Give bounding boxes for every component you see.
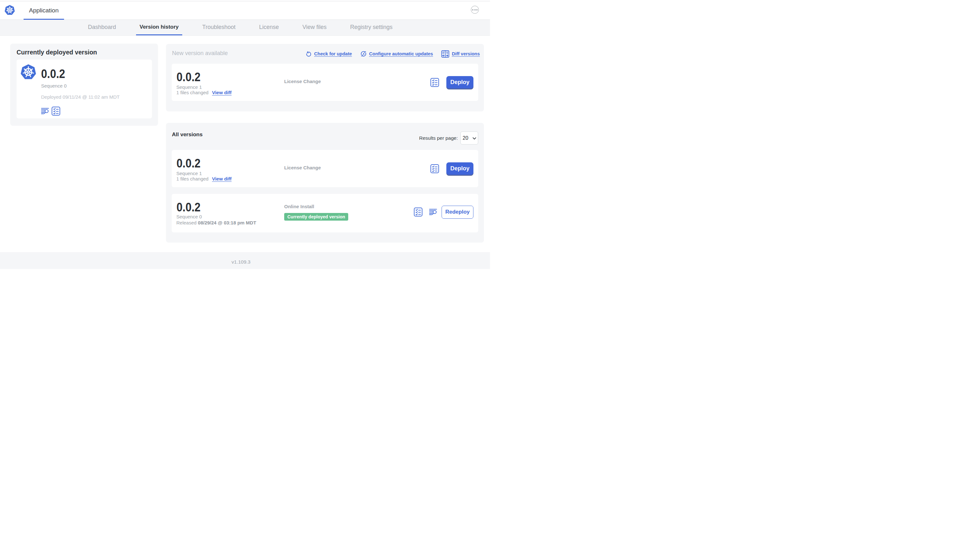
preflight-checks-button[interactable] bbox=[430, 164, 439, 173]
files-changed-label: 1 files changed bbox=[177, 176, 209, 181]
preflight-checks-button[interactable] bbox=[430, 78, 439, 87]
tab-license[interactable]: License bbox=[247, 20, 291, 35]
release-notes-button[interactable] bbox=[41, 108, 49, 114]
row-version-label: 0.0.2 bbox=[177, 157, 201, 169]
version-row-sequence-0: 0.0.2 Sequence 0 Released 08/29/24 @ 03:… bbox=[172, 194, 478, 232]
release-notes-icon bbox=[41, 108, 49, 114]
released-timestamp: Released 08/29/24 @ 03:18 pm MDT bbox=[177, 220, 256, 225]
currently-deployed-card: Currently deployed version 0.0.2 Sequenc… bbox=[10, 44, 158, 126]
app-icon bbox=[21, 64, 36, 80]
currently-deployed-badge: Currently deployed version bbox=[284, 213, 348, 221]
tab-view-files[interactable]: View files bbox=[291, 20, 338, 35]
deploy-button[interactable]: Deploy bbox=[446, 76, 473, 89]
deploy-button[interactable]: Deploy bbox=[446, 162, 473, 175]
checklist-icon bbox=[430, 164, 439, 173]
current-version-label: 0.0.2 bbox=[41, 68, 65, 80]
version-source-label: License Change bbox=[284, 165, 321, 170]
checklist-icon bbox=[52, 106, 60, 116]
all-versions-title: All versions bbox=[172, 132, 203, 138]
overflow-menu-button[interactable] bbox=[471, 6, 479, 14]
new-version-card: New version available Check for update C… bbox=[166, 44, 484, 111]
app-tab-label: Application bbox=[29, 7, 59, 14]
row-version-label: 0.0.2 bbox=[177, 201, 201, 213]
console-version-label: v1.109.3 bbox=[232, 259, 250, 265]
currently-deployed-version-card: 0.0.2 Sequence 0 Deployed 09/11/24 @ 11:… bbox=[17, 60, 152, 118]
chevron-down-icon bbox=[473, 137, 476, 140]
release-notes-button[interactable] bbox=[429, 209, 438, 215]
tab-license-label: License bbox=[256, 20, 282, 35]
tab-view-files-label: View files bbox=[299, 20, 330, 35]
top-header: Application bbox=[0, 0, 490, 20]
tab-registry-settings-label: Registry settings bbox=[347, 20, 396, 35]
diff-icon bbox=[441, 50, 449, 58]
tab-dashboard[interactable]: Dashboard bbox=[76, 20, 128, 35]
tab-registry-settings[interactable]: Registry settings bbox=[338, 20, 404, 35]
diff-versions-label: Diff versions bbox=[452, 51, 480, 56]
files-changed-label: 1 files changed bbox=[177, 90, 209, 95]
checklist-icon bbox=[414, 208, 422, 216]
version-row-sequence-1: 0.0.2 Sequence 1 1 files changed View di… bbox=[172, 150, 478, 187]
ellipsis-dot bbox=[472, 9, 473, 11]
new-version-label: 0.0.2 bbox=[177, 71, 201, 83]
all-versions-card: All versions Results per page: 20 0.0.2 … bbox=[166, 123, 484, 243]
page-subnav: Dashboard Version history Troubleshoot L… bbox=[0, 20, 490, 36]
view-diff-link[interactable]: View diff bbox=[212, 90, 231, 95]
tab-troubleshoot[interactable]: Troubleshoot bbox=[191, 20, 247, 35]
checklist-icon bbox=[430, 78, 439, 87]
diff-versions-link[interactable]: Diff versions bbox=[441, 50, 480, 58]
configure-automatic-updates-label: Configure automatic updates bbox=[369, 51, 433, 56]
tab-version-history[interactable]: Version history bbox=[128, 20, 191, 35]
subnav-tabs: Dashboard Version history Troubleshoot L… bbox=[0, 20, 485, 35]
tab-dashboard-label: Dashboard bbox=[84, 20, 119, 35]
results-per-page-label: Results per page: bbox=[419, 135, 458, 141]
new-version-sequence: Sequence 1 bbox=[177, 84, 232, 90]
tab-troubleshoot-label: Troubleshoot bbox=[199, 20, 239, 35]
check-for-update-link[interactable]: Check for update bbox=[305, 51, 352, 57]
kubernetes-logo-icon bbox=[5, 5, 15, 16]
ellipsis-dot bbox=[474, 9, 476, 11]
page-footer: v1.109.3 bbox=[0, 252, 490, 269]
tab-version-history-label: Version history bbox=[136, 20, 182, 35]
configure-automatic-updates-link[interactable]: Configure automatic updates bbox=[360, 51, 433, 57]
currently-deployed-title: Currently deployed version bbox=[17, 49, 97, 56]
current-sequence-label: Sequence 0 bbox=[41, 83, 119, 89]
results-per-page-select[interactable]: 20 bbox=[460, 132, 478, 144]
new-version-row: 0.0.2 Sequence 1 1 files changed View di… bbox=[172, 63, 478, 101]
results-per-page-value: 20 bbox=[463, 135, 468, 141]
tab-application[interactable]: Application bbox=[24, 0, 64, 20]
preflight-checks-button[interactable] bbox=[414, 208, 422, 216]
redeploy-button[interactable]: Redeploy bbox=[442, 206, 473, 219]
row-sequence-label: Sequence 0 bbox=[177, 214, 256, 219]
row-sequence-label: Sequence 1 bbox=[177, 171, 232, 176]
view-diff-link[interactable]: View diff bbox=[212, 176, 231, 181]
refresh-icon bbox=[305, 51, 312, 57]
version-source-label: License Change bbox=[284, 79, 321, 84]
ellipsis-dot bbox=[476, 9, 477, 11]
version-source-label: Online Install bbox=[284, 204, 348, 209]
check-for-update-label: Check for update bbox=[314, 51, 352, 56]
release-notes-icon bbox=[429, 209, 438, 215]
auto-update-icon bbox=[360, 51, 367, 57]
new-version-title: New version available bbox=[172, 50, 228, 57]
current-deployed-timestamp: Deployed 09/11/24 @ 11:02 am MDT bbox=[41, 94, 119, 100]
preflight-checks-button[interactable] bbox=[52, 106, 60, 116]
